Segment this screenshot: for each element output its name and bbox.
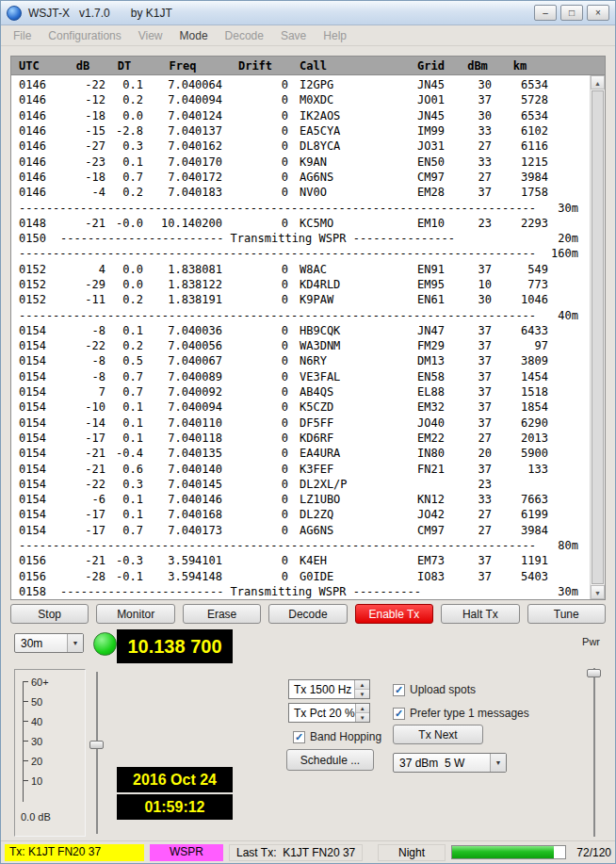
header-db: dB [60, 59, 105, 73]
decode-row[interactable]: 0154-80.77.0400890VE3FALEN58371454 [11, 369, 590, 384]
decode-row[interactable]: 0146-230.17.0401700K9ANEN50331215 [11, 154, 590, 169]
signal-meter: 60+5040302010 0.0 dB [14, 669, 86, 837]
tune-button[interactable]: Tune [527, 604, 606, 624]
chevron-down-icon: ▼ [67, 634, 83, 652]
scroll-thumb[interactable] [592, 90, 604, 584]
tx-freq-spinner[interactable]: Tx 1500 Hz ▲ ▼ [288, 679, 370, 699]
decode-row[interactable]: 0146-15-2.87.0401370EA5CYAIM99336102 [11, 123, 590, 139]
clock-date: 2016 Oct 24 [117, 767, 233, 792]
decode-row[interactable]: 0154-100.17.0400940K5CZDEM32371854 [11, 399, 590, 415]
pwr-slider[interactable] [587, 665, 602, 840]
menu-save[interactable]: Save [272, 26, 315, 45]
spin-up-icon[interactable]: ▲ [356, 704, 369, 712]
upload-spots-checkbox[interactable]: ✓ Upload spots [393, 683, 476, 696]
maximize-button[interactable]: □ [560, 5, 583, 21]
decode-table-header: UTC dB DT Freq Drift Call Grid dBm km [11, 57, 605, 75]
spin-up-icon[interactable]: ▲ [355, 680, 369, 689]
decode-row[interactable]: 0146-270.37.0401620DL8YCAJO31276116 [11, 139, 590, 154]
command-button-row: Stop Monitor Erase Decode Enable Tx Halt… [10, 604, 606, 624]
erase-button[interactable]: Erase [183, 604, 261, 624]
decode-row[interactable]: 0148-21-0.010.1402000KC5MOEM10232293 [11, 216, 590, 231]
decode-row[interactable]: 015240.01.8380810W8ACEN9137549 [11, 262, 590, 277]
status-bar: Tx: K1JT FN20 37 WSPR Last Tx: K1JT FN20… [1, 840, 615, 863]
band-hopping-checkbox[interactable]: ✓ Band Hopping [293, 730, 381, 743]
meter-tick: 50 [15, 692, 49, 711]
decode-row[interactable]: 0146-180.07.0401240IK2AOSJN45306534 [11, 108, 590, 123]
stop-button[interactable]: Stop [10, 604, 89, 624]
decode-row[interactable]: 0146-220.17.0400640I2GPGJN45306534 [11, 77, 590, 92]
decode-row[interactable]: 0146-40.27.0401830NV0OEM28371758 [11, 185, 590, 200]
scroll-down-icon[interactable]: ▼ [591, 585, 605, 599]
pwr-slider-handle[interactable] [587, 669, 601, 677]
app-icon [7, 6, 22, 21]
close-button[interactable]: × [587, 5, 609, 21]
frequency-display: 10.138 700 [117, 629, 233, 663]
separator-row: ----------------------------------------… [11, 538, 590, 553]
decode-row[interactable]: 0146-180.77.0401720AG6NSCM97273984 [11, 170, 590, 185]
header-drift: Drift [222, 59, 288, 73]
power-select[interactable]: 37 dBm 5 W ▼ [393, 753, 507, 773]
enable-tx-button[interactable]: Enable Tx [355, 604, 433, 624]
band-select[interactable]: 30m ▼ [14, 633, 84, 653]
halt-tx-button[interactable]: Halt Tx [441, 604, 519, 624]
menu-mode[interactable]: Mode [171, 26, 217, 45]
header-dt: DT [105, 59, 143, 73]
menu-bar: File Configurations View Mode Decode Sav… [1, 25, 615, 46]
decode-row[interactable]: 0154-210.67.0401400K3FEFFN2137133 [11, 461, 590, 476]
rx-gain-slider-handle[interactable] [89, 741, 104, 749]
scroll-up-icon[interactable]: ▲ [591, 75, 605, 90]
decode-row[interactable]: 0154-140.17.0401100DF5FFJO40376290 [11, 416, 590, 431]
decode-row[interactable]: 0154-220.37.0401450DL2XL/P23 [11, 477, 590, 492]
rx-gain-slider[interactable] [89, 669, 105, 837]
clock-display: 2016 Oct 24 01:59:12 [117, 767, 233, 820]
power-select-value: 37 dBm 5 W [394, 757, 490, 770]
decode-row[interactable]: 0154-80.57.0400670N6RYDM13373809 [11, 353, 590, 368]
decode-row[interactable]: 0152-290.01.8381220KD4RLDEM9510773 [11, 277, 590, 292]
meter-tick: 20 [15, 751, 49, 771]
decode-row[interactable]: 0156-28-0.13.5941480G0IDEIO83375403 [11, 569, 590, 584]
menu-file[interactable]: File [5, 26, 40, 45]
decode-row[interactable]: 0154-220.27.0400560WA3DNMFM293797 [11, 338, 590, 353]
header-utc: UTC [11, 59, 60, 73]
decode-scrollbar[interactable]: ▲ ▼ [590, 75, 605, 599]
window-title-byline: by K1JT [131, 7, 172, 20]
decode-row[interactable]: 015470.77.0400920AB4QSEL88371518 [11, 384, 590, 399]
status-tx-message: Tx: K1JT FN20 37 [5, 844, 144, 861]
tx-freq-value: Tx 1500 Hz [289, 683, 354, 696]
minimize-button[interactable]: – [534, 5, 557, 21]
decode-row[interactable]: 0154-80.17.0400360HB9CQKJN47376433 [11, 323, 590, 338]
spin-down-icon[interactable]: ▼ [356, 712, 369, 722]
monitor-button[interactable]: Monitor [96, 604, 174, 624]
header-km: km [492, 59, 548, 73]
clock-time: 01:59:12 [117, 794, 233, 820]
decode-row[interactable]: 0154-60.17.0401460LZ1UBOKN12337663 [11, 492, 590, 507]
menu-configurations[interactable]: Configurations [40, 26, 129, 45]
schedule-button[interactable]: Schedule ... [286, 749, 374, 771]
upload-spots-label: Upload spots [410, 683, 476, 696]
decode-row[interactable]: 0154-170.77.0401730AG6NSCM97273984 [11, 523, 590, 538]
decode-button[interactable]: Decode [268, 604, 347, 624]
decode-row[interactable]: 0154-21-0.47.0401350EA4URAIN80205900 [11, 446, 590, 461]
decode-row[interactable]: 0154-170.17.0401180KD6RFEM22272013 [11, 431, 590, 446]
separator-row: 0150------------------------ Transmittin… [11, 231, 590, 246]
status-last-tx: Last Tx: K1JT FN20 37 [229, 844, 363, 861]
status-mode-badge: WSPR [150, 844, 223, 861]
pwr-slider-groove [593, 668, 595, 837]
spin-down-icon[interactable]: ▼ [355, 689, 369, 698]
band-hopping-label: Band Hopping [310, 730, 381, 743]
tx-next-button[interactable]: Tx Next [393, 725, 483, 744]
tx-progress-count: 72/120 [572, 846, 611, 859]
tx-progress-fill [452, 846, 554, 858]
decode-row[interactable]: 0152-110.21.8381910K9PAWEN61301046 [11, 292, 590, 307]
decode-row[interactable]: 0146-120.27.0400940M0XDCJO01375728 [11, 92, 590, 107]
tx-pct-value: Tx Pct 20 % [289, 707, 355, 720]
decode-row[interactable]: 0154-170.17.0401680DL2ZQJO42276199 [11, 507, 590, 522]
header-grid: Grid [411, 59, 463, 73]
tx-pct-spinner[interactable]: Tx Pct 20 % ▲ ▼ [288, 703, 370, 723]
meter-floor-label: 0.0 dB [21, 811, 51, 823]
menu-decode[interactable]: Decode [217, 26, 272, 45]
prefer-type1-checkbox[interactable]: ✓ Prefer type 1 messages [393, 707, 529, 720]
menu-view[interactable]: View [130, 26, 171, 45]
menu-help[interactable]: Help [315, 26, 355, 45]
decode-row[interactable]: 0156-21-0.33.5941010K4EHEM73371191 [11, 553, 590, 568]
